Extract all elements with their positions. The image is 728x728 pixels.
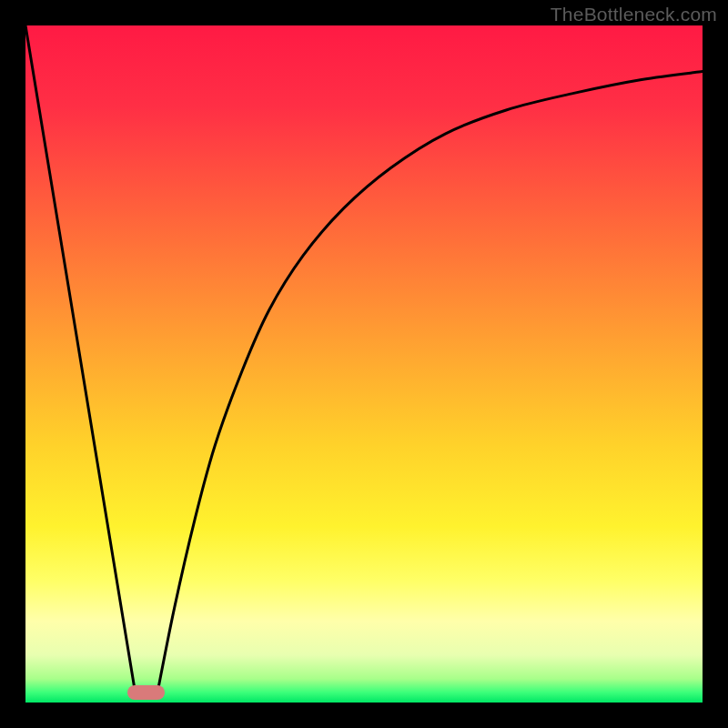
plot-area	[25, 25, 703, 703]
curves-layer	[25, 25, 703, 703]
left-line-path	[25, 25, 136, 693]
chart-frame: TheBottleneck.com	[0, 0, 728, 728]
right-curve-path	[157, 72, 703, 693]
watermark-text: TheBottleneck.com	[551, 4, 717, 25]
bottleneck-marker	[127, 685, 164, 700]
